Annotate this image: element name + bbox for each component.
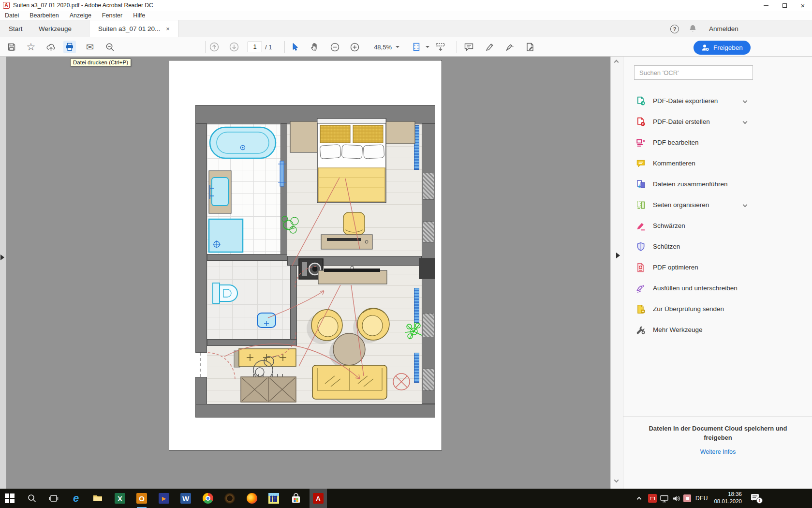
sidebar-item-pdf-optimieren[interactable]: PDF optimieren [623,257,778,278]
clock[interactable]: 18:36 08.01.2020 [712,491,742,505]
volume-icon[interactable] [672,494,681,503]
window-title: Suiten a3_07 01 2020.pdf - Adobe Acrobat… [13,2,153,9]
select-tool-button[interactable] [288,41,301,53]
document-viewport[interactable] [0,57,610,489]
comment-icon [636,159,646,168]
weitere-infos-link[interactable]: Weitere Infos [700,448,736,455]
left-panel-toggle[interactable] [0,251,6,264]
sidebar-item-schwaerzen[interactable]: Schwärzen [623,215,778,236]
action-center-button[interactable]: 1 [751,493,760,502]
taskbar-store-button[interactable] [290,493,302,504]
taskbar-people-app-button[interactable] [268,493,280,504]
taskbar-edge-button[interactable]: e [70,493,82,504]
sidebar-item-seiten-organisieren[interactable]: Seiten organisieren [623,194,778,215]
page-number-input[interactable]: 1 [248,42,262,52]
network-icon[interactable] [660,494,669,503]
task-view-button[interactable] [48,493,59,504]
start-button[interactable] [4,493,15,504]
outlook-icon: O [136,493,147,504]
chevron-down-icon[interactable] [743,99,748,104]
favorite-star-button[interactable]: ☆ [25,41,37,53]
email-button[interactable]: ✉ [84,41,96,53]
zoom-out-button[interactable] [328,41,341,53]
chevron-down-icon[interactable] [743,120,748,124]
fit-dropdown-caret-icon[interactable] [426,46,429,50]
sidebar-item-schuetzen[interactable]: Schützen [623,236,778,257]
keyboard-language[interactable]: DEU [695,495,708,502]
tray-remote-app-icon[interactable] [648,494,657,503]
menu-hilfe[interactable]: Hilfe [133,12,145,19]
sidebar-item-ausfuellen-und-unterschreiben[interactable]: Ausfüllen und unterschreiben [623,278,778,299]
export-pdf-icon [636,96,646,106]
taskbar-excel-button[interactable]: X [114,493,126,504]
tool-search-input[interactable] [634,65,753,80]
taskbar-chrome-button[interactable] [202,493,214,504]
signin-link[interactable]: Anmelden [709,25,738,32]
save-button[interactable] [5,41,18,53]
fit-page-button[interactable] [410,41,423,53]
right-panel-toggle[interactable] [616,249,623,262]
close-button[interactable]: × [794,0,812,11]
sidebar-item-pdf-bearbeiten[interactable]: PDF bearbeiten [623,132,778,153]
fountain-pen-icon [505,42,515,52]
scroll-up-icon[interactable] [614,60,619,65]
sidebar-item-zur-ueberpruefung-senden[interactable]: Zur Überprüfung senden [623,299,778,319]
hand-icon [310,42,320,52]
page-edit-icon [525,42,535,52]
taskbar-firefox-button[interactable] [246,493,258,504]
hand-tool-button[interactable] [309,41,321,53]
sidebar-item-label: Dateien zusammenführen [653,180,728,188]
taskbar-camera-app-button[interactable] [224,493,236,504]
help-icon[interactable]: ? [670,25,679,33]
menu-anzeige[interactable]: Anzeige [70,12,91,19]
sidebar-item-label: Seiten organisieren [653,201,709,209]
highlighter-tool-button[interactable] [483,41,496,53]
zoom-in-button[interactable] [348,41,361,53]
sidebar-item-dateien-zusammenfuehren[interactable]: Dateien zusammenführen [623,174,778,194]
sidebar-item-label: Mehr Werkzeuge [653,326,703,333]
sidebar-item-pdf-exportieren[interactable]: PDF-Datei exportieren [623,90,778,111]
notifications-bell-icon[interactable] [688,24,697,33]
sidebar-item-label: Schwärzen [653,222,685,229]
chevron-down-icon[interactable] [743,203,748,208]
sign-tool-button[interactable] [503,41,516,53]
minimize-button[interactable] [757,0,775,11]
next-page-button[interactable] [228,41,240,53]
more-tools-wrench-icon [636,325,646,335]
tab-document[interactable]: Suiten a3_07 01 20... × [89,20,179,37]
taskbar-outlook-button[interactable]: O [136,493,148,504]
upload-cloud-button[interactable] [44,41,57,53]
share-button[interactable]: Freigeben [694,41,751,55]
scroll-down-icon[interactable] [614,478,619,483]
tab-start[interactable]: Start [0,20,31,37]
taskbar-media-button[interactable]: ▶ [158,493,170,504]
taskbar-explorer-button[interactable] [92,493,103,504]
comment-tool-button[interactable] [462,41,475,53]
wall-bottom [195,404,435,418]
zoom-dropdown-caret-icon[interactable] [396,46,399,50]
tray-expand-icon[interactable] [637,497,642,502]
edge-icon: e [71,493,81,504]
menu-bearbeiten[interactable]: Bearbeiten [30,12,59,19]
zoom-level-value[interactable]: 48,5% [370,44,392,51]
taskbar-word-button[interactable]: W [180,493,192,504]
sidebar-item-pdf-erstellen[interactable]: PDF-Datei erstellen [623,111,778,132]
sidebar-item-mehr-werkzeuge[interactable]: Mehr Werkzeuge [623,319,778,340]
previous-page-button[interactable] [208,41,221,53]
menu-datei[interactable]: Datei [5,12,19,19]
tab-werkzeuge[interactable]: Werkzeuge [30,20,80,37]
organize-pages-icon [636,200,646,210]
taskbar-search-button[interactable] [26,493,38,504]
tab-close-icon[interactable]: × [166,25,170,32]
scroll-mode-button[interactable] [434,41,447,53]
tray-app-icon[interactable] [683,494,691,502]
edit-pdf-tool-button[interactable] [524,41,536,53]
share-button-label: Freigeben [713,44,743,51]
zoom-out-tool-button[interactable] [103,41,116,53]
print-button[interactable] [63,41,76,53]
sidebar-item-kommentieren[interactable]: Kommentieren [623,153,778,174]
maximize-button[interactable] [775,0,794,11]
document-scrollbar[interactable] [610,57,623,489]
menu-fenster[interactable]: Fenster [102,12,122,19]
taskbar-acrobat-button[interactable]: A [310,489,327,508]
